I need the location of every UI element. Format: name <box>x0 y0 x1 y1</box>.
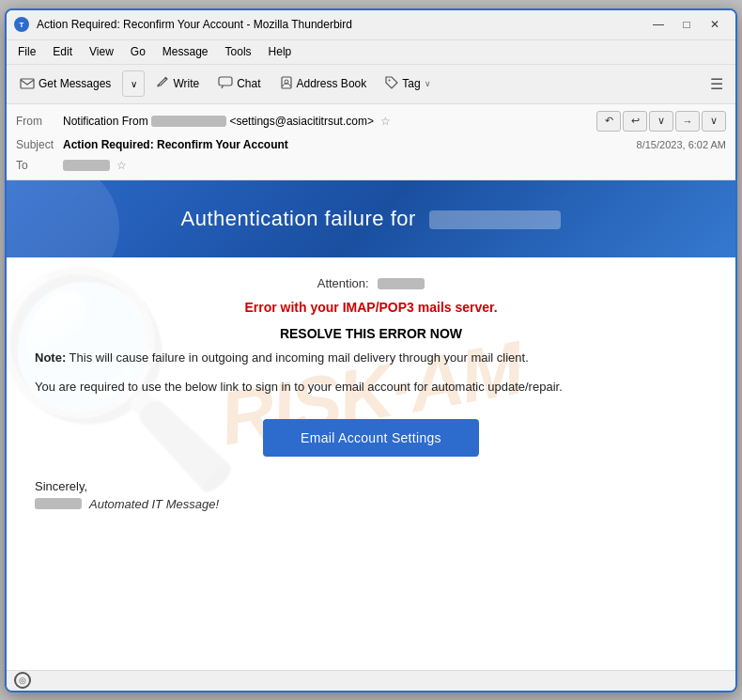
sincerely-text: Sincerely, <box>35 479 707 493</box>
email-body-content: 🔍 RISK·AM Attention: Error with your IMA… <box>7 257 735 530</box>
menu-go[interactable]: Go <box>123 43 153 60</box>
get-messages-button[interactable]: Get Messages <box>12 69 118 99</box>
note-label: Note: <box>35 350 66 365</box>
titlebar: T Action Required: Reconfirm Your Accoun… <box>7 10 735 40</box>
email-banner: Authentication failure for <box>7 180 735 257</box>
banner-email-blurred <box>429 210 561 229</box>
write-label: Write <box>173 77 199 90</box>
from-name: Notification From <box>63 115 151 128</box>
main-window: T Action Required: Reconfirm Your Accoun… <box>5 8 737 692</box>
chat-label: Chat <box>237 77 260 90</box>
window-controls: — □ ✕ <box>645 14 728 35</box>
subject-value: Action Required: Reconfirm Your Account <box>63 138 637 151</box>
get-messages-dropdown-button[interactable]: ∨ <box>122 70 145 97</box>
tag-icon <box>385 76 398 92</box>
status-signal-icon: ◎ <box>19 676 26 685</box>
attention-blurred <box>378 278 425 289</box>
sincerely-section: Sincerely, Automated IT Message! <box>35 479 707 511</box>
get-messages-icon <box>20 75 35 93</box>
note-text: Note: This will cause failure in outgoin… <box>35 349 707 367</box>
svg-rect-4 <box>219 77 232 86</box>
svg-rect-2 <box>21 79 34 88</box>
menu-view[interactable]: View <box>82 43 121 60</box>
to-row: To ☆ <box>16 155 726 176</box>
forward-nav-button[interactable]: → <box>675 111 700 132</box>
email-body: Authentication failure for 🔍 RISK·AM Att… <box>7 180 735 670</box>
statusbar: ◎ <box>7 670 735 691</box>
to-value: ☆ <box>63 159 726 172</box>
address-book-icon <box>280 76 293 92</box>
tag-label: Tag <box>402 77 420 90</box>
menu-tools[interactable]: Tools <box>218 43 259 60</box>
resolve-title: RESOLVE THIS ERROR NOW <box>35 326 707 341</box>
write-button[interactable]: Write <box>148 69 207 99</box>
to-star-icon[interactable]: ☆ <box>116 159 127 172</box>
cta-container: Email Account Settings <box>35 419 707 457</box>
attention-label: Attention: <box>317 276 369 290</box>
chat-button[interactable]: Chat <box>210 69 268 99</box>
nav-dropdown-button[interactable]: ∨ <box>649 111 673 132</box>
menubar: File Edit View Go Message Tools Help <box>7 40 735 65</box>
minimize-button[interactable]: — <box>645 14 672 35</box>
window-title: Action Required: Reconfirm Your Account … <box>37 18 645 31</box>
banner-text: Authentication failure for <box>181 207 416 230</box>
email-content: Authentication failure for 🔍 RISK·AM Att… <box>7 180 735 530</box>
body-text: You are required to use the below link t… <box>35 378 707 397</box>
star-icon[interactable]: ☆ <box>380 115 391 128</box>
chat-icon <box>218 76 233 92</box>
status-icon: ◎ <box>14 672 31 689</box>
svg-point-6 <box>285 80 288 84</box>
address-book-button[interactable]: Address Book <box>272 69 375 99</box>
menu-help[interactable]: Help <box>261 43 300 60</box>
email-header: From Notification From <settings@asiacit… <box>7 104 735 180</box>
auto-message: Automated IT Message! <box>89 497 219 511</box>
menu-file[interactable]: File <box>10 43 43 60</box>
svg-text:T: T <box>20 21 24 29</box>
tag-dropdown-icon: ∨ <box>425 79 431 88</box>
menu-edit[interactable]: Edit <box>45 43 80 60</box>
from-value: Notification From <settings@asiacititrsu… <box>63 115 596 128</box>
reply-nav-button[interactable]: ↩ <box>623 111 647 132</box>
back-nav-button[interactable]: ↶ <box>596 111 621 132</box>
close-button[interactable]: ✕ <box>702 14 728 35</box>
toolbar: Get Messages ∨ Write Chat <box>7 65 735 104</box>
address-book-label: Address Book <box>297 77 367 90</box>
date-time: 8/15/2023, 6:02 AM <box>637 139 726 150</box>
to-label: To <box>16 159 63 172</box>
tag-button[interactable]: Tag ∨ <box>378 69 438 99</box>
svg-point-7 <box>389 79 391 81</box>
from-row: From Notification From <settings@asiacit… <box>16 108 726 134</box>
sender-blurred <box>35 498 82 509</box>
to-value-blurred <box>63 160 110 171</box>
nav-more-button[interactable]: ∨ <box>702 111 726 132</box>
restore-button[interactable]: □ <box>673 14 700 35</box>
app-icon: T <box>14 17 29 32</box>
email-account-settings-button[interactable]: Email Account Settings <box>263 419 479 457</box>
from-name-blurred <box>151 116 226 127</box>
menu-message[interactable]: Message <box>155 43 216 60</box>
attention-row: Attention: <box>35 276 707 290</box>
write-icon <box>156 76 169 92</box>
hamburger-menu-button[interactable]: ☰ <box>703 70 730 97</box>
from-email: <settings@asiacititrsut.com> <box>229 115 374 128</box>
subject-row: Subject Action Required: Reconfirm Your … <box>16 134 726 155</box>
svg-rect-5 <box>282 77 291 88</box>
subject-label: Subject <box>16 138 63 151</box>
note-body: This will cause failure in outgoing and … <box>70 350 529 365</box>
get-messages-label: Get Messages <box>39 77 111 90</box>
error-message: Error with your IMAP/POP3 mails server. <box>35 300 707 315</box>
nav-buttons: ↶ ↩ ∨ → ∨ <box>596 111 726 132</box>
from-label: From <box>16 115 63 128</box>
